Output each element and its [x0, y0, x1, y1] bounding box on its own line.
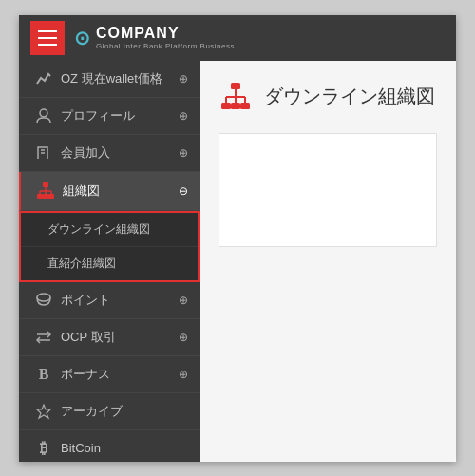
- sidebar-item-org[interactable]: 組織図 ⊖: [19, 172, 200, 211]
- member-label: 会員加入: [57, 144, 179, 162]
- svg-point-12: [37, 294, 50, 301]
- point-label: ポイント: [57, 292, 179, 309]
- profile-label: プロフィール: [57, 107, 179, 124]
- org-icon: [32, 181, 59, 200]
- point-icon: [30, 292, 57, 309]
- page-header-org-icon: [218, 80, 253, 114]
- ocp-label: OCP 取引: [57, 329, 179, 346]
- member-expand-icon: ⊕: [179, 146, 188, 160]
- sidebar-item-point[interactable]: ポイント ⊕: [19, 282, 200, 319]
- submenu-item-direct[interactable]: 直紹介組織図: [21, 247, 198, 280]
- member-icon: [30, 144, 57, 162]
- profile-expand-icon: ⊕: [179, 109, 188, 123]
- bitcoin-label: BitCoin: [57, 441, 188, 455]
- sidebar: OZ 現在wallet価格 ⊕ プロフィール ⊕ 会員加入 ⊕: [19, 61, 200, 462]
- bonus-expand-icon: ⊕: [179, 368, 188, 381]
- chart-icon: [30, 70, 57, 87]
- hamburger-line-1: [38, 30, 57, 32]
- svg-rect-5: [43, 194, 48, 199]
- sidebar-item-profile[interactable]: プロフィール ⊕: [19, 98, 200, 135]
- logo-subtitle: Global Inter Bank Platform Business: [96, 42, 235, 50]
- bitcoin-icon: ₿: [30, 440, 57, 457]
- svg-marker-15: [37, 405, 50, 418]
- point-expand-icon: ⊕: [179, 294, 188, 307]
- profile-icon: [30, 107, 57, 124]
- bonus-label: ボーナス: [57, 366, 179, 383]
- bonus-icon: B: [30, 366, 57, 383]
- sidebar-item-bonus[interactable]: B ボーナス ⊕: [19, 356, 200, 393]
- org-submenu: ダウンライン組織図 直紹介組織図: [19, 211, 200, 282]
- main-content: ダウンライン組織図: [200, 61, 456, 462]
- page-header: ダウンライン組織図: [218, 80, 437, 114]
- sidebar-item-wallet[interactable]: OZ 現在wallet価格 ⊕: [19, 61, 200, 98]
- logo-title: COMPANY: [96, 25, 235, 42]
- org-label: 組織図: [59, 182, 179, 200]
- body: OZ 現在wallet価格 ⊕ プロフィール ⊕ 会員加入 ⊕: [19, 61, 456, 462]
- direct-label: 直紹介組織図: [48, 256, 116, 272]
- svg-point-0: [40, 109, 48, 117]
- logo-text-wrap: COMPANY Global Inter Bank Platform Busin…: [96, 25, 235, 50]
- logo-area: ⊙ COMPANY Global Inter Bank Platform Bus…: [74, 25, 235, 50]
- svg-rect-16: [231, 83, 240, 89]
- svg-rect-19: [240, 103, 250, 109]
- svg-rect-18: [231, 103, 240, 109]
- hamburger-line-3: [38, 44, 57, 46]
- downline-label: ダウンライン組織図: [48, 221, 150, 238]
- org-expand-icon: ⊖: [179, 184, 188, 198]
- app-window: ⊙ COMPANY Global Inter Bank Platform Bus…: [19, 15, 456, 462]
- wallet-expand-icon: ⊕: [179, 72, 188, 86]
- hamburger-button[interactable]: [30, 21, 65, 55]
- svg-rect-4: [37, 194, 43, 199]
- logo-icon: ⊙: [74, 27, 90, 49]
- sidebar-item-archive[interactable]: アーカイブ: [19, 393, 200, 430]
- wallet-label: OZ 現在wallet価格: [57, 70, 179, 87]
- page-title: ダウンライン組織図: [264, 84, 435, 109]
- hamburger-line-2: [38, 37, 57, 39]
- content-area: [218, 133, 437, 247]
- submenu-item-downline[interactable]: ダウンライン組織図: [21, 213, 198, 247]
- svg-rect-3: [43, 182, 48, 187]
- sidebar-item-ocp[interactable]: OCP 取引 ⊕: [19, 319, 200, 356]
- archive-label: アーカイブ: [57, 403, 188, 420]
- svg-rect-17: [221, 103, 231, 109]
- svg-rect-6: [48, 194, 54, 199]
- ocp-expand-icon: ⊕: [179, 331, 188, 344]
- sidebar-item-member[interactable]: 会員加入 ⊕: [19, 135, 200, 172]
- sidebar-item-bitcoin[interactable]: ₿ BitCoin: [19, 430, 200, 462]
- archive-icon: [30, 403, 57, 420]
- ocp-icon: [30, 329, 57, 346]
- header: ⊙ COMPANY Global Inter Bank Platform Bus…: [19, 15, 456, 61]
